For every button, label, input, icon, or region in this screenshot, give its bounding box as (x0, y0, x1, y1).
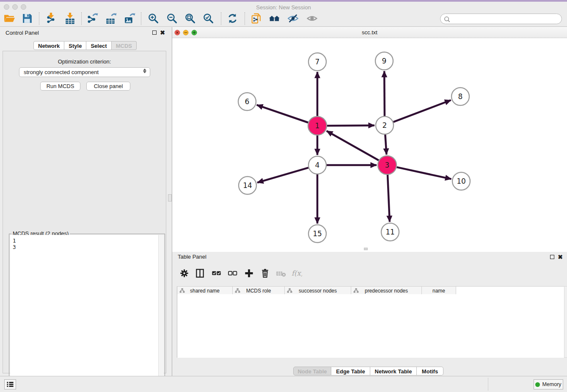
graph-edge-2-9[interactable] (384, 71, 385, 116)
folder-open-icon (4, 13, 15, 25)
import-network-button[interactable] (44, 13, 58, 25)
zoom-selected-button[interactable] (201, 13, 215, 25)
export-table-icon (105, 13, 117, 25)
graph-edge-2-3[interactable] (385, 135, 386, 155)
box-pair-icon (227, 268, 238, 280)
apply-layout-button[interactable] (225, 13, 239, 25)
refresh-icon (227, 13, 238, 25)
tab-motifs[interactable]: Motifs (417, 367, 443, 375)
tab-style[interactable]: Style (64, 41, 86, 50)
column-header-predecessor-nodes[interactable]: predecessor nodes (351, 287, 422, 295)
memory-button[interactable]: Memory (534, 379, 563, 389)
tab-select[interactable]: Select (86, 41, 111, 50)
graph-edge-3-11[interactable] (388, 175, 390, 222)
zoom-in-button[interactable] (146, 13, 160, 25)
graph-edge-3-10[interactable] (397, 167, 451, 179)
optimization-criterion-select[interactable]: strongly connected component (19, 67, 150, 77)
window-title: Session: New Session (0, 4, 567, 11)
zoom-selected-icon (203, 13, 214, 25)
graph-node-label-9: 9 (382, 57, 387, 65)
search-box[interactable] (440, 14, 562, 24)
table-options-gear-button[interactable] (177, 268, 191, 280)
tab-mcds[interactable]: MCDS (112, 41, 137, 50)
export-network-button[interactable] (85, 13, 99, 25)
save-session-button[interactable] (20, 13, 34, 25)
import-table-icon (64, 13, 76, 25)
zoom-fit-button[interactable] (183, 13, 197, 25)
status-divider (488, 378, 488, 391)
table-toolbar: f(x) (172, 266, 567, 282)
control-panel-title: Control Panel (6, 30, 39, 36)
titlebar: Session: New Session (0, 2, 567, 12)
zoom-in-icon (148, 13, 159, 25)
close-table-panel-icon[interactable]: ✖ (558, 254, 563, 259)
table-panel: Table Panel ✖ f(x) shared nameMCDS roles… (172, 252, 567, 376)
table-body-background (177, 294, 564, 358)
graph-node-label-1: 1 (315, 121, 320, 130)
task-history-button[interactable] (4, 379, 16, 389)
toolbar-separator (141, 12, 141, 25)
graph-node-label-8: 8 (458, 92, 463, 101)
close-panel-icon[interactable]: ✖ (160, 30, 165, 35)
export-image-button[interactable] (122, 13, 137, 25)
tab-edge-table[interactable]: Edge Table (331, 367, 370, 375)
tab-network-table[interactable]: Network Table (370, 367, 417, 375)
close-panel-button[interactable]: Close panel (86, 82, 130, 91)
mcds-panel: Optimization criterion: strongly connect… (3, 51, 166, 373)
graph-edge-4-14[interactable] (257, 168, 308, 182)
graph-edge-2-8[interactable] (394, 100, 451, 122)
trash-icon (260, 268, 270, 280)
graph-edge-3-1[interactable] (327, 131, 379, 160)
mcds-result-text[interactable]: 13 (10, 235, 164, 392)
delete-columns-button[interactable] (258, 268, 272, 280)
column-header-successor-nodes[interactable]: successor nodes (285, 287, 351, 295)
export-table-button[interactable] (104, 13, 118, 25)
select-all-rows-button[interactable] (209, 268, 223, 280)
toggle-style-button[interactable] (286, 13, 300, 25)
network-canvas[interactable]: 7 9 6 8 1 2 4 3 14 10 15 11 (172, 38, 567, 252)
table-scrollbar[interactable] (564, 286, 567, 358)
fx-icon: f(x) (292, 268, 302, 280)
check-pair-icon (211, 268, 222, 280)
function-builder-button: f(x) (289, 268, 304, 280)
svg-text:f(x): f(x) (292, 269, 302, 277)
hierarchy-icon (353, 288, 359, 293)
mcds-result-scrollbar[interactable] (158, 235, 164, 392)
network-splitter-handle[interactable] (364, 248, 368, 250)
zoom-out-button[interactable] (165, 13, 179, 25)
optimization-criterion-value: strongly connected component (24, 69, 99, 75)
graph-edge-1-2[interactable] (327, 125, 374, 126)
toolbar-separator (39, 12, 39, 25)
show-networks-home-button[interactable] (267, 13, 281, 25)
column-header-shared-name[interactable]: shared name (177, 287, 233, 295)
toggle-view-button (305, 13, 319, 25)
gear-icon (179, 268, 190, 280)
open-session-button[interactable] (2, 13, 17, 25)
split-table-view-button[interactable] (193, 268, 207, 280)
import-table-button[interactable] (63, 13, 77, 25)
zoom-fit-icon (184, 13, 196, 25)
float-panel-icon[interactable] (152, 30, 157, 35)
network-window-titlebar: scc.txt (172, 27, 567, 38)
plus-icon (244, 268, 254, 280)
tab-node-table[interactable]: Node Table (293, 367, 331, 375)
run-mcds-button[interactable]: Run MCDS (40, 82, 80, 91)
float-table-panel-icon[interactable] (550, 255, 554, 259)
deselect-all-rows-button[interactable] (225, 268, 239, 280)
mcds-result-line: 1 (13, 237, 164, 244)
tab-network[interactable]: Network (33, 41, 64, 50)
create-column-button[interactable] (242, 268, 256, 280)
save-icon (22, 13, 33, 25)
task-list-icon (6, 380, 15, 389)
graph-node-label-7: 7 (315, 58, 320, 66)
network-title: scc.txt (172, 29, 567, 36)
main-toolbar (0, 12, 567, 27)
column-header-name[interactable]: name (422, 287, 456, 295)
clone-network-button[interactable] (249, 13, 263, 25)
graph-edge-1-6[interactable] (257, 105, 308, 123)
column-header-MCDS-role[interactable]: MCDS role (233, 287, 285, 295)
vertical-splitter-handle[interactable] (168, 194, 172, 202)
search-input[interactable] (451, 15, 560, 24)
memory-status-icon (535, 382, 540, 387)
graph-node-label-4: 4 (315, 161, 320, 169)
